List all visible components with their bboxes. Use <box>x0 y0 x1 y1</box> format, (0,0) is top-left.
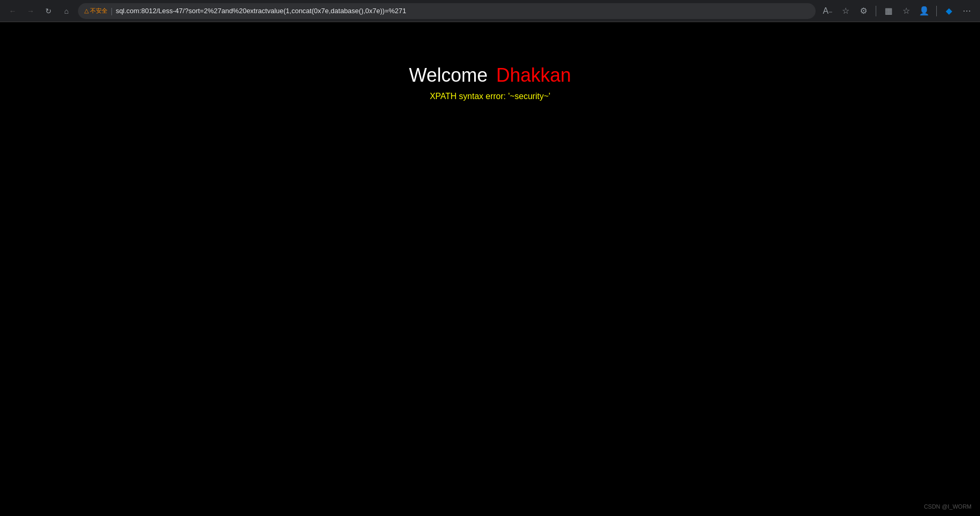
error-message: XPATH syntax error: '~security~' <box>409 92 571 101</box>
edge-icon-button[interactable]: ◆ <box>941 3 957 19</box>
dhakkan-text: Dhakkan <box>496 64 571 86</box>
reader-icon: A₋ <box>823 6 833 16</box>
toolbar-separator <box>876 6 876 16</box>
extension-icon: ⚙ <box>860 6 867 16</box>
browser-extensions-button[interactable]: ⚙ <box>856 3 871 19</box>
split-icon: ▦ <box>885 6 893 16</box>
watermark: CSDN @I_WORM <box>924 503 972 510</box>
nav-buttons: ← → ↻ ⌂ <box>5 4 74 18</box>
toolbar-separator-2 <box>936 6 937 16</box>
edge-icon: ◆ <box>946 6 952 16</box>
address-divider: | <box>111 7 113 15</box>
toolbar-right: A₋ ☆ ⚙ ▦ ☆ 👤 ◆ ⋯ <box>820 3 975 19</box>
refresh-button[interactable]: ↻ <box>41 4 56 18</box>
back-button[interactable]: ← <box>5 4 20 18</box>
favorites-button[interactable]: ☆ <box>838 3 854 19</box>
refresh-icon: ↻ <box>45 7 52 15</box>
collections-icon: ☆ <box>903 6 910 16</box>
more-options-button[interactable]: ⋯ <box>959 3 975 19</box>
home-icon: ⌂ <box>64 7 68 15</box>
collections-button[interactable]: ☆ <box>898 3 914 19</box>
back-icon: ← <box>9 7 16 15</box>
url-text: sql.com:8012/Less-47/?sort=2%27and%20ext… <box>116 7 809 15</box>
warning-icon: △ <box>84 7 89 14</box>
more-icon: ⋯ <box>963 6 971 16</box>
forward-button[interactable]: → <box>23 4 38 18</box>
security-warning: △ 不安全 <box>84 7 107 15</box>
star-icon: ☆ <box>842 6 849 16</box>
main-text-block: Welcome Dhakkan XPATH syntax error: '~se… <box>409 64 571 101</box>
page-content: Welcome Dhakkan XPATH syntax error: '~se… <box>0 22 980 516</box>
split-screen-button[interactable]: ▦ <box>880 3 896 19</box>
browser-chrome: ← → ↻ ⌂ △ 不安全 | sql.com:8012/Less-47/?so… <box>0 0 980 22</box>
welcome-text: Welcome <box>409 64 487 86</box>
security-label: 不安全 <box>90 7 107 15</box>
reader-view-button[interactable]: A₋ <box>820 3 836 19</box>
welcome-line: Welcome Dhakkan <box>409 64 571 86</box>
address-bar[interactable]: △ 不安全 | sql.com:8012/Less-47/?sort=2%27a… <box>78 3 816 19</box>
forward-icon: → <box>27 7 34 15</box>
watermark-text: CSDN @I_WORM <box>924 503 972 510</box>
home-button[interactable]: ⌂ <box>59 4 74 18</box>
profile-icon: 👤 <box>919 6 929 16</box>
user-profile-button[interactable]: 👤 <box>916 3 932 19</box>
